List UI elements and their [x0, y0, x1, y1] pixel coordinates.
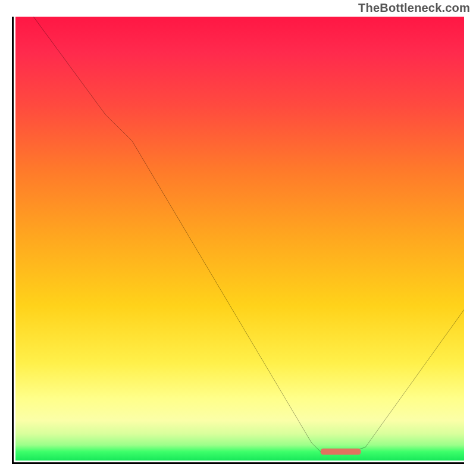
chart-container: TheBottleneck.com: [0, 0, 476, 476]
watermark-text: TheBottleneck.com: [358, 1, 470, 15]
plot-area: [12, 17, 464, 464]
bottleneck-curve: [33, 17, 464, 452]
optimal-range-marker: [321, 449, 361, 455]
chart-svg: [15, 17, 464, 461]
